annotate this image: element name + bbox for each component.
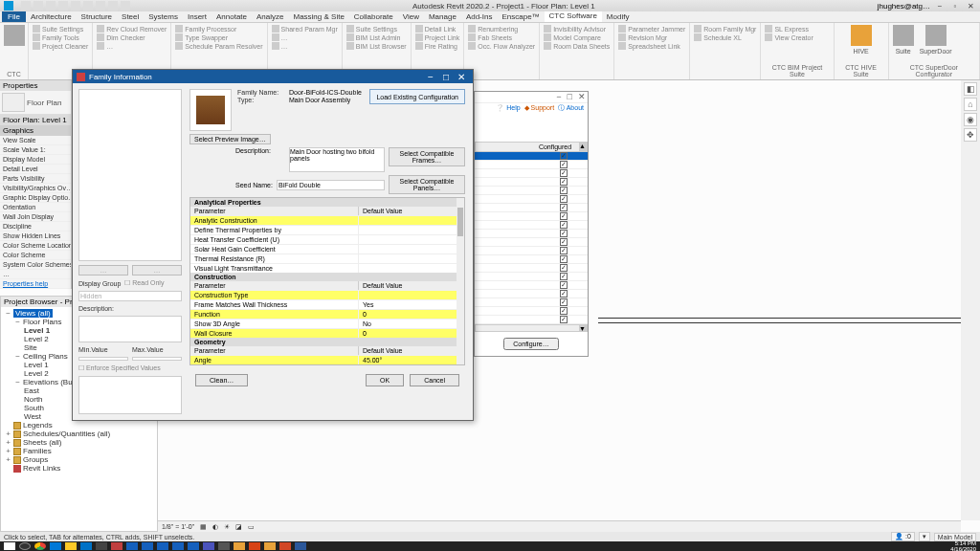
conf-row[interactable]: ✓ bbox=[475, 178, 588, 187]
ribbon-project-cleaner[interactable]: Project Cleaner bbox=[33, 42, 88, 50]
enforce-list[interactable] bbox=[78, 376, 182, 414]
user-label[interactable]: jhughes@atg… bbox=[878, 2, 930, 11]
chrome-icon[interactable] bbox=[34, 542, 46, 550]
ribbon-fab-sheets[interactable]: Fab Sheets bbox=[468, 33, 535, 41]
property-row[interactable]: Scale Value 1: bbox=[0, 145, 71, 155]
teams-icon[interactable] bbox=[203, 542, 214, 550]
ribbon-occ-flow[interactable]: Occ. Flow Analyzer bbox=[468, 42, 535, 50]
conf-row[interactable]: ✓ bbox=[475, 255, 588, 264]
grid-row[interactable]: Analytic Construction bbox=[190, 215, 464, 225]
conf-row[interactable]: ✓ bbox=[475, 187, 588, 195]
tree-families[interactable]: +Families bbox=[5, 447, 153, 455]
ok-button[interactable]: OK bbox=[366, 374, 404, 386]
ribbon-fam-proc[interactable]: Family Processor bbox=[175, 25, 262, 33]
tree-legends[interactable]: Legends bbox=[5, 421, 153, 430]
select-preview-button[interactable]: Select Preview Image… bbox=[189, 134, 271, 144]
tree-links[interactable]: Revit Links bbox=[5, 464, 153, 473]
ribbon-suite-settings[interactable]: Suite Settings bbox=[33, 25, 88, 33]
grid-scrollbar[interactable] bbox=[457, 198, 464, 364]
min-input[interactable] bbox=[78, 357, 128, 361]
nav-wheel-icon[interactable]: ◉ bbox=[964, 113, 977, 126]
revit5-icon[interactable] bbox=[188, 542, 199, 550]
grid-row[interactable]: Visual Light Transmittance bbox=[190, 263, 464, 273]
ribbon-view-creator[interactable]: View Creator bbox=[765, 33, 829, 41]
sel-count[interactable]: 👤 :0 bbox=[891, 532, 915, 541]
conf-row[interactable]: ✓ bbox=[475, 204, 588, 212]
conf-row[interactable]: ✓ bbox=[475, 281, 588, 290]
left-btn1[interactable]: … bbox=[78, 265, 128, 276]
ribbon-bim-browser[interactable]: BIM List Browser bbox=[346, 42, 407, 50]
ribbon-g4c[interactable]: … bbox=[272, 42, 338, 50]
explorer-icon[interactable] bbox=[65, 542, 77, 550]
grid-row[interactable]: Heat Transfer Coefficient (U) bbox=[190, 234, 464, 244]
property-row[interactable]: Graphic Display Optio… bbox=[0, 193, 71, 203]
grid-row[interactable]: Wall Closure0 bbox=[190, 328, 464, 338]
tab-structure[interactable]: Structure bbox=[77, 11, 117, 22]
ppt-icon[interactable] bbox=[279, 542, 291, 550]
conf-row[interactable]: ✓ bbox=[475, 212, 588, 221]
hive-button[interactable]: HIVE bbox=[838, 25, 884, 55]
ribbon-shared-param[interactable]: Shared Param Mgr bbox=[272, 25, 338, 33]
conf-row[interactable]: ✓ bbox=[475, 290, 588, 298]
tab-ctc[interactable]: CTC Software bbox=[545, 11, 602, 22]
nav-cube-icon[interactable]: ◧ bbox=[964, 82, 977, 96]
ribbon-suite-settings2[interactable]: Suite Settings bbox=[346, 25, 407, 33]
ribbon-project-link[interactable]: Project Link bbox=[415, 33, 460, 41]
grid-row[interactable]: Solar Heat Gain Coefficient bbox=[190, 244, 464, 253]
ribbon-room-data[interactable]: Room Data Sheets bbox=[544, 42, 610, 50]
tab-systems[interactable]: Systems bbox=[144, 11, 183, 22]
sun-icon[interactable]: ☀ bbox=[224, 523, 230, 531]
tab-insert[interactable]: Insert bbox=[183, 11, 212, 22]
conf-max-icon[interactable]: □ bbox=[568, 92, 572, 102]
grid-row[interactable]: Thermal Resistance (R) bbox=[190, 253, 464, 263]
property-row[interactable]: Display Model bbox=[0, 155, 71, 165]
ribbon-bim-admin[interactable]: BIM List Admin bbox=[346, 33, 407, 41]
restore-icon[interactable]: ▫ bbox=[949, 1, 961, 11]
file-tab[interactable]: File bbox=[2, 11, 26, 22]
app7-icon[interactable] bbox=[234, 542, 245, 550]
modify-tool[interactable] bbox=[4, 25, 24, 46]
app6-icon[interactable] bbox=[218, 542, 230, 550]
ribbon-dim-checker[interactable]: Dim Checker bbox=[97, 33, 167, 41]
clean-button[interactable]: Clean… bbox=[195, 374, 248, 386]
ribbon-detail-link[interactable]: Detail Link bbox=[415, 25, 460, 33]
grid-hdr-analytic[interactable]: Analytical Properties bbox=[190, 198, 464, 207]
select-frames-button[interactable]: Select Compatible Frames… bbox=[389, 147, 465, 166]
detail-icon[interactable]: ▦ bbox=[200, 523, 207, 531]
desc-textarea[interactable] bbox=[289, 147, 385, 172]
left-desc-input[interactable] bbox=[78, 316, 182, 342]
cancel-button[interactable]: Cancel bbox=[410, 374, 459, 386]
app9-icon[interactable] bbox=[264, 542, 276, 550]
ribbon-ss-link[interactable]: Spreadsheet Link bbox=[618, 42, 685, 50]
conf-row[interactable]: ✓ bbox=[475, 221, 588, 230]
tab-annotate[interactable]: Annotate bbox=[212, 11, 252, 22]
dialog-max-icon[interactable]: □ bbox=[438, 72, 454, 82]
visual-style-icon[interactable]: ◐ bbox=[212, 523, 218, 531]
cortana-icon[interactable] bbox=[19, 542, 31, 550]
col-param2[interactable]: Parameter bbox=[190, 281, 359, 290]
conf-row[interactable]: ✓ bbox=[475, 316, 588, 324]
edge-icon[interactable] bbox=[50, 542, 61, 550]
conf-support[interactable]: ◆ Support bbox=[524, 104, 554, 112]
property-row[interactable]: Wall Join Display bbox=[0, 212, 71, 222]
outlook-icon[interactable] bbox=[80, 542, 92, 550]
select-panels-button[interactable]: Select Compatible Panels… bbox=[389, 175, 465, 194]
conf-row[interactable]: ✓ bbox=[475, 247, 588, 255]
ribbon-rev-cloud[interactable]: Rev Cloud Remover bbox=[97, 25, 167, 33]
left-btn2[interactable]: … bbox=[132, 265, 182, 276]
col-default[interactable]: Default Value bbox=[359, 207, 464, 215]
ribbon-sched-param[interactable]: Schedule Param Resolver bbox=[175, 42, 262, 50]
tab-enscape[interactable]: Enscape™ bbox=[497, 11, 544, 22]
ribbon-rev-mgr[interactable]: Revision Mgr bbox=[618, 33, 685, 41]
ribbon-sched-xl[interactable]: Schedule XL bbox=[694, 33, 756, 41]
grid-row[interactable]: Show 3D AngleNo bbox=[190, 319, 464, 328]
shadow-icon[interactable]: ◪ bbox=[235, 523, 242, 531]
conf-row[interactable]: ✓ bbox=[475, 195, 588, 204]
property-row[interactable]: Detail Level bbox=[0, 165, 71, 174]
tab-addins[interactable]: Add-Ins bbox=[461, 11, 498, 22]
property-row[interactable]: Discipline bbox=[0, 222, 71, 231]
max-input[interactable] bbox=[132, 357, 182, 361]
revit4-icon[interactable] bbox=[172, 542, 184, 550]
app1-icon[interactable] bbox=[96, 542, 107, 550]
conf-row[interactable]: ✓ bbox=[475, 273, 588, 281]
